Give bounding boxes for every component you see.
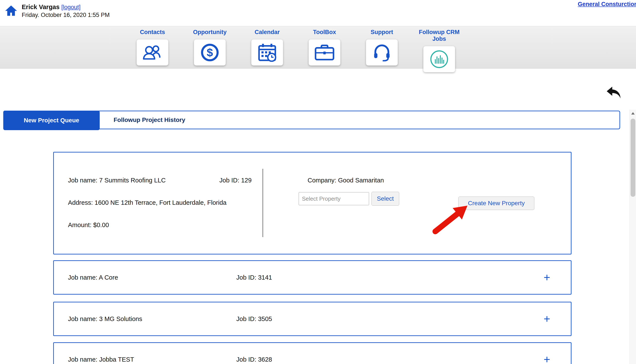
- nav-item-contacts[interactable]: Contacts: [125, 29, 180, 72]
- select-property-button[interactable]: Select: [371, 192, 399, 206]
- contacts-icon: [137, 40, 168, 66]
- nav-item-toolbox[interactable]: ToolBox: [297, 29, 352, 72]
- job-card: Job name: A Core Job ID: 3141 +: [53, 260, 571, 294]
- logout-link[interactable]: [logout]: [61, 4, 81, 10]
- nav-label-toolbox: ToolBox: [297, 29, 352, 36]
- nav-label-opportunity: Opportunity: [183, 29, 237, 36]
- calendar-clock-icon: [251, 40, 283, 66]
- user-name-text: Erick Vargas: [22, 4, 60, 10]
- job-name: Job name: 3 MG Solutions: [68, 316, 142, 322]
- scrollbar[interactable]: [629, 110, 636, 364]
- account-link[interactable]: General Consturction: [578, 1, 636, 8]
- scrollbar-up-arrow-icon[interactable]: [630, 110, 636, 117]
- vertical-divider: [263, 169, 263, 237]
- nav-item-calendar[interactable]: Calendar: [240, 29, 294, 72]
- job-id: Job ID: 129: [220, 177, 252, 184]
- nav-label-contacts: Contacts: [125, 29, 180, 36]
- job-name: Job name: 7 Summits Roofing LLC: [68, 177, 166, 184]
- job-card-expanded: Job name: 7 Summits Roofing LLC Job ID: …: [53, 152, 571, 254]
- expand-job-button[interactable]: +: [540, 272, 553, 283]
- create-new-property-button[interactable]: Create New Property: [458, 196, 534, 210]
- tab-new-project-queue[interactable]: New Project Queue: [3, 111, 100, 130]
- job-name: Job name: Jobba TEST: [68, 356, 134, 363]
- job-card: Job name: Jobba TEST Job ID: 3628 +: [53, 342, 571, 364]
- job-id: Job ID: 3628: [236, 356, 272, 363]
- svg-text:$: $: [206, 46, 213, 59]
- home-icon[interactable]: [5, 5, 17, 16]
- nav-label-followup-crm-jobs: Followup CRM Jobs: [412, 29, 466, 42]
- user-name: Erick Vargas [logout]: [22, 4, 81, 11]
- project-tabs: New Project Queue Followup Project Histo…: [3, 111, 620, 129]
- nav-label-support: Support: [355, 29, 409, 36]
- job-company: Company: Good Samaritan: [308, 177, 384, 184]
- nav-item-opportunity[interactable]: Opportunity $: [183, 29, 237, 72]
- job-address: Address: 1600 NE 12th Terrace, Fort Laud…: [68, 199, 227, 206]
- header: Erick Vargas [logout] Friday. October 16…: [0, 0, 636, 26]
- job-amount: Amount: $0.00: [68, 222, 109, 229]
- job-name: Job name: A Core: [68, 274, 118, 281]
- main-navbar: Contacts Opportunity $ Calendar: [0, 26, 636, 68]
- job-id: Job ID: 3141: [236, 274, 272, 281]
- current-datetime: Friday. October 16, 2020 1:55 PM: [22, 12, 110, 18]
- job-id: Job ID: 3505: [236, 316, 272, 322]
- nav-item-followup-crm-jobs[interactable]: Followup CRM Jobs: [412, 29, 466, 72]
- nav-label-calendar: Calendar: [240, 29, 294, 36]
- tab-followup-project-history[interactable]: Followup Project History: [114, 111, 185, 129]
- headset-icon: [366, 40, 398, 66]
- nav-item-support[interactable]: Support: [355, 29, 409, 72]
- back-reply-icon[interactable]: [606, 86, 621, 99]
- expand-job-button[interactable]: +: [540, 313, 553, 324]
- job-card: Job name: 3 MG Solutions Job ID: 3505 +: [53, 302, 571, 336]
- expand-job-button[interactable]: +: [540, 354, 553, 364]
- dollar-circle-icon: $: [194, 40, 226, 66]
- scrollbar-thumb[interactable]: [630, 119, 635, 197]
- bar-chart-circle-icon: [423, 46, 455, 72]
- select-property-input[interactable]: [299, 192, 369, 205]
- briefcase-icon: [309, 40, 340, 66]
- nav-items: Contacts Opportunity $ Calendar: [125, 29, 466, 72]
